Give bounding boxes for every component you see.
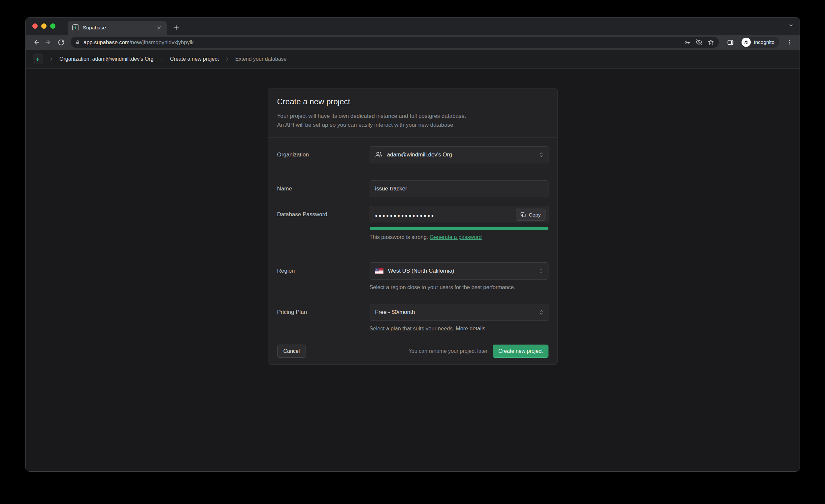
select-chevrons-icon: [539, 309, 543, 315]
footer-right: You can rename your project later Create…: [408, 345, 548, 358]
create-project-card: Create a new project Your project will h…: [268, 88, 558, 365]
more-details-link[interactable]: More details: [456, 326, 485, 332]
window-minimize-button[interactable]: [41, 23, 47, 29]
pricing-plan-label: Pricing Plan: [277, 304, 370, 321]
url-text: app.supabase.com/new/jfnsmqoynldvxjyhpyl…: [83, 39, 681, 46]
card-header: Create a new project Your project will h…: [268, 88, 557, 137]
region-select[interactable]: West US (North California): [370, 263, 548, 280]
organization-value: adam@windmill.dev's Org: [387, 151, 452, 158]
back-button[interactable]: [30, 36, 42, 49]
forward-button[interactable]: [42, 36, 55, 49]
breadcrumb: Organization: adam@windmill.dev's Org Cr…: [26, 50, 800, 69]
new-tab-button[interactable]: [171, 23, 181, 33]
main-area: Create a new project Your project will h…: [26, 69, 800, 471]
card-description-line2: An API will be set up so you can easily …: [277, 121, 548, 129]
select-chevrons-icon: [539, 268, 543, 274]
browser-menu-icon[interactable]: [783, 36, 796, 49]
url-path: /new/jfnsmqoynldvxjyhpylk: [129, 39, 194, 45]
side-panel-icon[interactable]: [724, 36, 737, 49]
window-zoom-button[interactable]: [50, 23, 56, 29]
us-flag-icon: [375, 268, 383, 274]
pricing-plan-select[interactable]: Free - $0/month: [370, 304, 548, 321]
url-domain: app.supabase.com: [83, 39, 129, 45]
window-close-button[interactable]: [32, 23, 38, 29]
chevron-right-icon: [49, 57, 54, 61]
pricing-helper-text: Select a plan that suits your needs.: [370, 326, 454, 332]
incognito-badge: Incognito: [741, 37, 779, 48]
rename-note: You can rename your project later: [408, 348, 488, 354]
tab-title: Supabase: [83, 25, 152, 31]
incognito-icon: [742, 38, 751, 47]
name-password-section: Name Database Password ••••••••••••••••: [268, 172, 557, 249]
supabase-favicon-icon: [72, 24, 79, 31]
browser-window: Supabase app.supabase.com/new/jfnsmqoynl…: [26, 17, 800, 471]
name-label: Name: [277, 180, 370, 197]
cancel-button[interactable]: Cancel: [277, 345, 306, 358]
card-description: Your project will have its own dedicated…: [277, 112, 548, 129]
pricing-helper: Select a plan that suits your needs. Mor…: [370, 326, 548, 332]
password-helper: This password is strong. Generate a pass…: [370, 234, 548, 240]
breadcrumb-item-extend-database: Extend your database: [235, 56, 287, 62]
traffic-lights: [32, 23, 56, 29]
tab-search-chevron-icon[interactable]: [789, 23, 794, 28]
password-key-icon[interactable]: [684, 39, 690, 46]
chevron-right-icon: [225, 57, 229, 61]
organization-section: Organization adam@windmill.dev's Org: [268, 138, 557, 172]
tab-strip: Supabase: [26, 17, 800, 34]
eye-off-icon[interactable]: [696, 39, 702, 46]
browser-tab[interactable]: Supabase: [68, 21, 167, 34]
toolbar-right: Incognito: [724, 36, 796, 49]
copy-label: Copy: [529, 212, 540, 218]
database-password-input[interactable]: •••••••••••••••• Copy: [370, 206, 548, 223]
region-label: Region: [277, 263, 370, 280]
password-strength-bar: [370, 227, 548, 230]
region-helper: Select a region close to your users for …: [370, 284, 548, 290]
create-new-project-button[interactable]: Create new project: [493, 345, 548, 358]
tab-close-icon[interactable]: [156, 25, 162, 31]
supabase-logo-icon[interactable]: [33, 54, 43, 64]
project-name-input[interactable]: [370, 180, 548, 197]
password-field-stack: •••••••••••••••• Copy This password is s…: [370, 206, 548, 240]
region-value: West US (North California): [388, 268, 454, 274]
database-password-label: Database Password: [277, 206, 370, 223]
region-pricing-section: Region West US (North California) Select…: [268, 249, 557, 338]
browser-toolbar: app.supabase.com/new/jfnsmqoynldvxjyhpyl…: [26, 34, 800, 50]
card-description-line1: Your project will have its own dedicated…: [277, 112, 548, 121]
password-strength-text: This password is strong.: [370, 234, 428, 240]
generate-password-link[interactable]: Generate a password: [430, 234, 482, 240]
address-bar[interactable]: app.supabase.com/new/jfnsmqoynldvxjyhpyl…: [71, 37, 719, 48]
chevron-right-icon: [159, 57, 164, 61]
organization-label: Organization: [277, 146, 370, 163]
page-content: Organization: adam@windmill.dev's Org Cr…: [26, 50, 800, 471]
incognito-label: Incognito: [754, 39, 774, 45]
reload-button[interactable]: [55, 36, 67, 49]
copy-password-button[interactable]: Copy: [516, 209, 545, 221]
copy-icon: [520, 212, 526, 218]
breadcrumb-item-create-project[interactable]: Create a new project: [170, 56, 219, 62]
page-title: Create a new project: [277, 97, 548, 106]
breadcrumb-item-organization[interactable]: Organization: adam@windmill.dev's Org: [59, 56, 153, 62]
users-icon: [375, 151, 382, 158]
lock-icon: [75, 40, 80, 45]
pricing-plan-value: Free - $0/month: [375, 309, 415, 315]
address-bar-actions: [684, 39, 714, 46]
bookmark-star-icon[interactable]: [707, 39, 714, 46]
card-footer: Cancel You can rename your project later…: [268, 338, 557, 364]
select-chevrons-icon: [539, 151, 543, 158]
masked-password-value: ••••••••••••••••: [375, 210, 435, 219]
organization-select[interactable]: adam@windmill.dev's Org: [370, 146, 548, 163]
